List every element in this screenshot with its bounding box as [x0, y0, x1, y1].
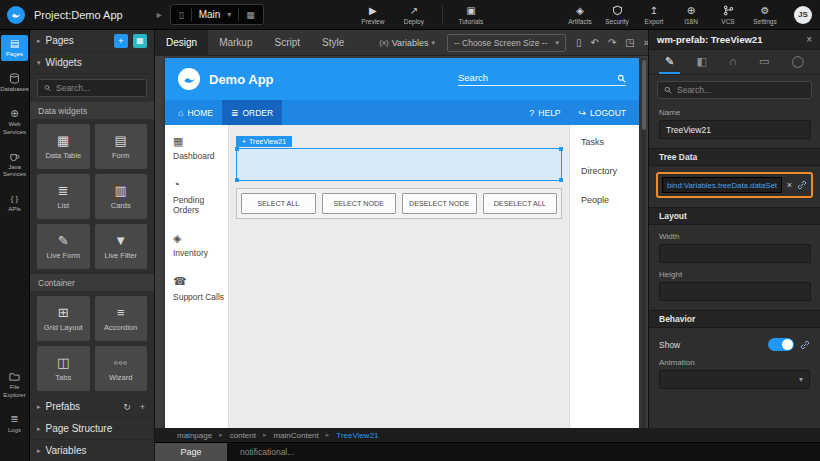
leftnav-support-calls[interactable]: ☎ Support Calls: [173, 275, 228, 301]
rightnav-tasks[interactable]: Tasks: [581, 137, 639, 147]
width-input[interactable]: [659, 244, 811, 263]
selection-handle[interactable]: [235, 147, 239, 151]
nav-order[interactable]: ≣ ORDER: [222, 100, 282, 125]
deselect-all-button[interactable]: DESELECT ALL: [483, 193, 558, 214]
nav-logout[interactable]: ↪ LOGOUT: [570, 100, 635, 125]
tree-data-bind-field[interactable]: bind:Variables.treeData.dataSet ×: [656, 172, 813, 198]
leftnav-inventory[interactable]: ◈ Inventory: [173, 232, 228, 258]
panel-tab-states[interactable]: ◯: [786, 50, 810, 74]
show-bind-icon[interactable]: [800, 340, 810, 350]
redo-icon[interactable]: ↷: [608, 37, 616, 48]
leftnav-pending-orders[interactable]: ◔ Pending Orders: [173, 178, 228, 215]
widget-tile-accordion[interactable]: ≡ Accordion: [95, 296, 148, 341]
bind-link-icon[interactable]: [797, 180, 807, 190]
tab-script[interactable]: Script: [264, 30, 312, 56]
rail-item-web-services[interactable]: ⊕ Web Services: [1, 105, 28, 138]
selection-handle[interactable]: [235, 178, 239, 182]
panel-tab-properties[interactable]: ✎: [659, 50, 680, 74]
undo-icon[interactable]: ↶: [591, 37, 599, 48]
rightnav-people[interactable]: People: [581, 195, 639, 205]
selection-handle[interactable]: [559, 178, 563, 182]
selection-handle[interactable]: [559, 147, 563, 151]
breadcrumb-item-current[interactable]: TreeView21: [336, 431, 378, 440]
page-selector-value[interactable]: Main: [199, 9, 221, 20]
sidebar-section-pages[interactable]: ▸ Pages + ▦: [30, 30, 154, 52]
widget-tile-list[interactable]: ≣ List: [37, 174, 90, 219]
rail-item-file-explorer[interactable]: File Explorer: [1, 368, 28, 401]
widget-tile-grid-layout[interactable]: ⊞ Grid Layout: [37, 296, 90, 341]
treeview-widget[interactable]: [236, 148, 562, 181]
animation-select[interactable]: ▾: [659, 370, 810, 389]
tab-design[interactable]: Design: [155, 30, 208, 56]
vcs-button[interactable]: VCS: [715, 5, 741, 25]
properties-search[interactable]: [657, 81, 812, 99]
page-layouts-button[interactable]: ▦: [133, 34, 147, 48]
sidebar-section-variables[interactable]: ▸ Variables: [30, 440, 154, 461]
widget-tile-live-filter[interactable]: ▼ Live Filter: [95, 224, 148, 269]
height-input[interactable]: [659, 282, 811, 301]
artifacts-button[interactable]: ◈ Artifacts: [567, 5, 593, 25]
rail-item-apis[interactable]: { } APIs: [1, 190, 28, 216]
refresh-icon[interactable]: ↻: [121, 402, 133, 412]
grid-icon[interactable]: ▦: [246, 10, 255, 20]
breadcrumb-item[interactable]: content: [230, 431, 256, 440]
popout-icon[interactable]: ◳: [625, 37, 634, 48]
page-selector[interactable]: ▯ Main ▾ ▦: [170, 4, 264, 25]
rail-item-databases[interactable]: Databases: [1, 70, 28, 96]
widget-tile-cards[interactable]: ▥ Cards: [95, 174, 148, 219]
phone-preview-icon[interactable]: ▯: [576, 37, 582, 48]
widget-search-input[interactable]: [56, 83, 140, 93]
widget-search[interactable]: [37, 79, 147, 97]
sidebar-section-prefabs[interactable]: ▸ Prefabs ↻ +: [30, 396, 154, 418]
show-toggle[interactable]: [768, 338, 794, 351]
variables-menu[interactable]: (x) Variables ▾: [379, 38, 435, 48]
panel-tab-styles[interactable]: ◧: [690, 50, 712, 74]
sidebar-section-page-structure[interactable]: ▸ Page Structure: [30, 418, 154, 440]
deselect-node-button[interactable]: DESELECT NODE: [402, 193, 477, 214]
nav-home[interactable]: ⌂ HOME: [169, 100, 222, 125]
rail-label-web-services: Web Services: [1, 121, 28, 135]
rightnav-directory[interactable]: Directory: [581, 166, 639, 176]
close-icon[interactable]: ×: [806, 34, 812, 45]
add-prefab-icon[interactable]: +: [138, 402, 147, 412]
tutorials-button[interactable]: ▣ Tutorials: [458, 5, 484, 25]
app-search-field[interactable]: Search: [458, 72, 626, 86]
widget-tile-data-table[interactable]: ▦ Data Table: [37, 124, 90, 169]
canvas-scrollbar[interactable]: [641, 58, 646, 428]
export-button[interactable]: ↥ Export: [641, 5, 667, 25]
clear-bind-icon[interactable]: ×: [787, 180, 792, 190]
select-all-button[interactable]: SELECT ALL: [241, 193, 316, 214]
preview-button[interactable]: ▶ Preview: [360, 5, 386, 25]
select-node-button[interactable]: SELECT NODE: [322, 193, 397, 214]
panel-tab-devices[interactable]: ▭: [753, 50, 775, 74]
i18n-button[interactable]: ⊕ I18N: [678, 5, 704, 25]
scrollbar-thumb[interactable]: [642, 60, 646, 130]
rail-item-pages[interactable]: ▤ Pages: [1, 35, 28, 61]
wavemaker-logo-icon[interactable]: [7, 6, 25, 24]
rail-item-logs[interactable]: ≣ Logs: [1, 411, 28, 437]
properties-search-input[interactable]: [677, 85, 787, 95]
widget-tile-live-form[interactable]: ✎ Live Form: [37, 224, 90, 269]
user-avatar[interactable]: JS: [794, 6, 812, 24]
tab-markup[interactable]: Markup: [208, 30, 263, 56]
sidebar-section-widgets[interactable]: ▾ Widgets: [30, 52, 154, 74]
breadcrumb-item[interactable]: mainpage: [177, 431, 212, 440]
tab-style[interactable]: Style: [311, 30, 355, 56]
leftnav-dashboard[interactable]: ▦ Dashboard: [173, 135, 228, 161]
page-tab[interactable]: Page: [155, 443, 227, 461]
panel-tab-events[interactable]: ∩: [723, 50, 743, 74]
rail-item-java-services[interactable]: Java Services: [1, 148, 28, 181]
bind-expression[interactable]: bind:Variables.treeData.dataSet: [662, 177, 782, 193]
breadcrumb-item[interactable]: mainContent: [273, 431, 318, 440]
nav-help[interactable]: ? HELP: [520, 100, 569, 125]
screen-size-select[interactable]: -- Choose Screen Size -- ▾: [447, 34, 566, 52]
widget-tile-wizard[interactable]: ◦◦◦ Wizard: [95, 346, 148, 391]
deploy-button[interactable]: ↗ Deploy: [401, 5, 427, 25]
widget-tile-form[interactable]: ▤ Form: [95, 124, 148, 169]
security-button[interactable]: Security: [604, 5, 630, 25]
widget-tile-tabs[interactable]: ◫ Tabs: [37, 346, 90, 391]
selected-widget-tag[interactable]: + TreeView21: [236, 136, 292, 147]
add-page-button[interactable]: +: [114, 34, 128, 48]
settings-button[interactable]: ⚙ Settings: [752, 5, 778, 25]
name-input[interactable]: [659, 120, 811, 139]
